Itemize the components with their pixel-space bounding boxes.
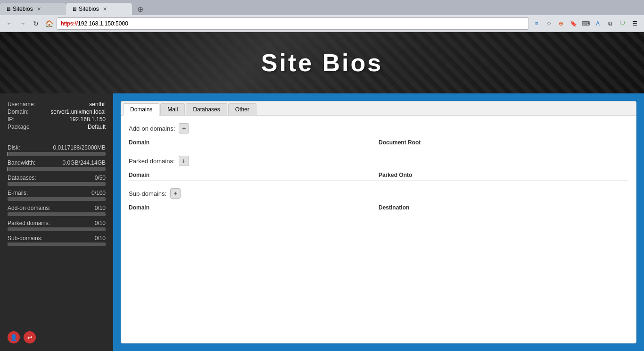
sub-table-header: Domain Destination (129, 202, 628, 213)
address-host: 192.168.1.150 (78, 20, 114, 27)
databases-stat-label: Databases: (8, 175, 36, 181)
databases-bar-bg (8, 182, 106, 186)
user-icon[interactable]: 👤 (8, 331, 20, 343)
new-tab-button[interactable]: ⊕ (134, 3, 146, 15)
sub-section-header: Sub-domains: + (129, 188, 628, 199)
tab-other[interactable]: Other (228, 103, 256, 115)
sub-col-destination: Destination (379, 204, 628, 211)
addon-stat: Add-on domains: 0/10 (8, 205, 106, 216)
addon-col-domain: Domain (129, 139, 379, 146)
main-layout: Username: senthil Domain: server1.unixme… (0, 93, 644, 351)
site-title: Site Bios (261, 49, 383, 77)
bandwidth-value: 0.0GB/244.14GB (63, 159, 106, 166)
ip-row: IP: 192.168.1.150 (8, 116, 106, 123)
disk-stat: Disk: 0.0117188/25000MB (8, 144, 106, 156)
ip-label: IP: (8, 116, 15, 123)
tab-2-icon: 🖥 (72, 6, 77, 12)
tab-1-icon: 🖥 (6, 6, 11, 12)
domain-row: Domain: server1.unixmen.local (8, 109, 106, 115)
domain-label: Domain: (8, 109, 29, 115)
address-port: :5000 (114, 20, 128, 27)
username-value: senthil (89, 101, 106, 108)
menu-icon[interactable]: ☰ (629, 18, 640, 29)
username-label: Username: (8, 101, 35, 108)
parked-stat: Parked domains: 0/10 (8, 220, 106, 231)
addon-bar-bg (8, 212, 106, 216)
layers-icon[interactable]: ⧉ (604, 18, 616, 29)
forward-button[interactable]: → (17, 18, 28, 29)
sub-section-label: Sub-domains: (129, 190, 166, 197)
addon-add-button[interactable]: + (179, 123, 189, 134)
parked-bar-bg (8, 227, 106, 231)
emails-stat: E-mails: 0/100 (8, 190, 106, 201)
sub-section: Sub-domains: + Domain Destination (129, 188, 628, 213)
tab-1-title: Sitebios (13, 6, 33, 12)
addon-col-docroot: Document Root (379, 139, 628, 146)
keyboard-icon[interactable]: ⌨ (580, 18, 591, 29)
subdomains-stat-label: Sub-domains: (8, 235, 42, 242)
emails-bar-bg (8, 197, 106, 201)
site-header: Site Bios (0, 32, 644, 93)
databases-stat-value: 0/50 (95, 175, 106, 181)
disk-label: Disk: (8, 144, 20, 151)
emails-label: E-mails: (8, 190, 28, 196)
parked-stat-value: 0/10 (95, 220, 106, 226)
package-label: Package (8, 124, 30, 130)
addon-section-label: Add-on domains: (129, 125, 175, 132)
username-row: Username: senthil (8, 101, 106, 108)
bookmark-icon[interactable]: 🔖 (568, 18, 579, 29)
tab-nav: Domains Mail Databases Other (121, 101, 636, 116)
subdomains-bar-bg (8, 242, 106, 246)
back-button[interactable]: ← (4, 18, 15, 29)
sidebar-footer: 👤 ↩ (8, 331, 106, 343)
package-row: Package Default (8, 124, 106, 130)
home-button[interactable]: 🏠 (43, 18, 55, 29)
parked-section-label: Parked domains: (129, 158, 175, 165)
disk-value: 0.0117188/25000MB (53, 144, 106, 151)
shield-icon[interactable]: 🛡 (617, 18, 628, 29)
parked-col-domain: Domain (129, 172, 379, 178)
tab-2-close[interactable]: ✕ (103, 6, 107, 12)
addon-section-header: Add-on domains: + (129, 123, 628, 134)
translate-icon[interactable]: A (592, 18, 603, 29)
tab-domains[interactable]: Domains (123, 103, 159, 116)
parked-add-button[interactable]: + (179, 156, 189, 166)
addon-section: Add-on domains: + Domain Document Root (129, 123, 628, 148)
parked-section: Parked domains: + Domain Parked Onto (129, 156, 628, 181)
tab-1[interactable]: 🖥 Sitebios ✕ (0, 3, 66, 15)
user-info: Username: senthil Domain: server1.unixme… (8, 101, 106, 131)
sidebar: Username: senthil Domain: server1.unixme… (0, 93, 113, 351)
parked-col-parkedonto: Parked Onto (379, 172, 628, 178)
chrome-icon[interactable]: ⊕ (555, 18, 567, 29)
parked-table-header: Domain Parked Onto (129, 170, 628, 181)
toolbar-icons: ≡ ☆ ⊕ 🔖 ⌨ A ⧉ 🛡 ☰ (531, 18, 640, 29)
content-area: Domains Mail Databases Other Add-on doma… (113, 93, 644, 351)
subdomains-stat: Sub-domains: 0/10 (8, 235, 106, 246)
address-protocol: https:// (61, 20, 78, 27)
logout-icon[interactable]: ↩ (24, 331, 36, 343)
sub-add-button[interactable]: + (170, 188, 181, 199)
domains-tab-content: Add-on domains: + Domain Document Root P… (121, 116, 636, 340)
parked-stat-label: Parked domains: (8, 220, 50, 226)
subdomains-stat-value: 0/10 (95, 235, 106, 242)
tab-2[interactable]: 🖥 Sitebios ✕ (66, 3, 132, 15)
ip-value: 192.168.1.150 (69, 116, 106, 123)
bandwidth-stat: Bandwidth: 0.0GB/244.14GB (8, 159, 106, 171)
address-bar[interactable]: https://192.168.1.150:5000 (57, 17, 529, 30)
tab-1-close[interactable]: ✕ (37, 6, 41, 12)
addon-table-header: Domain Document Root (129, 137, 628, 148)
reload-button[interactable]: ↻ (30, 18, 41, 29)
tab-panel: Domains Mail Databases Other Add-on doma… (121, 101, 636, 343)
stats-section: Disk: 0.0117188/25000MB Bandwidth: 0.0GB… (8, 144, 106, 250)
databases-stat: Databases: 0/50 (8, 175, 106, 186)
tab-databases[interactable]: Databases (186, 103, 227, 115)
sub-col-domain: Domain (129, 204, 379, 211)
star-icon[interactable]: ☆ (543, 18, 554, 29)
tab-mail[interactable]: Mail (160, 103, 185, 115)
domain-value: server1.unixmen.local (50, 109, 106, 115)
tab-2-title: Sitebios (79, 6, 99, 12)
addon-stat-label: Add-on domains: (8, 205, 50, 211)
disk-bar-bg (8, 152, 106, 156)
bandwidth-bar-bg (8, 167, 106, 171)
bookmark-list-icon[interactable]: ≡ (531, 18, 542, 29)
